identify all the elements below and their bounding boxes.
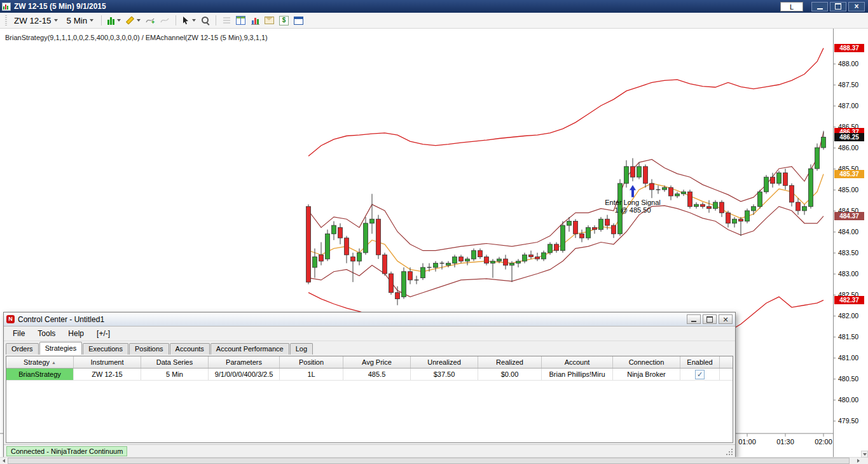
- chevron-down-icon: [192, 19, 196, 22]
- grid-header-row: Strategy▲InstrumentData SeriesParameters…: [6, 356, 733, 369]
- bar-chart-icon: [251, 17, 259, 25]
- cursor-icon: [182, 16, 189, 25]
- window-icon: [294, 17, 303, 25]
- minimize-button[interactable]: [811, 2, 828, 11]
- cell-account: Brian Phillips!Miru: [542, 369, 613, 380]
- column-header-instrument[interactable]: Instrument: [74, 356, 141, 368]
- cc-close-button[interactable]: ✕: [719, 314, 733, 324]
- strategies-button[interactable]: [158, 14, 172, 27]
- restore-button[interactable]: [830, 2, 846, 11]
- column-header-connection[interactable]: Connection: [613, 356, 680, 368]
- signal-label: Enter Long Signal: [605, 199, 660, 206]
- chevron-down-icon: [117, 19, 121, 22]
- accounts-button[interactable]: $: [277, 14, 291, 27]
- cc-minimize-button[interactable]: [687, 314, 701, 324]
- scroll-right-button[interactable]: [855, 458, 862, 463]
- restore-icon: [835, 3, 841, 10]
- tab-accounts[interactable]: Accounts: [170, 343, 210, 355]
- data-grid-icon: [236, 16, 245, 25]
- scroll-left-button[interactable]: [0, 458, 7, 463]
- new-window-button[interactable]: [292, 14, 305, 27]
- cell-data-series: 5 Min: [141, 369, 209, 380]
- price-marker-482.37: 482.37: [834, 296, 864, 304]
- price-marker-486.25: 486.25: [834, 133, 864, 141]
- menu-help[interactable]: Help: [62, 328, 90, 339]
- column-header-avg-price[interactable]: Avg Price: [343, 356, 411, 368]
- minimize-icon: [817, 8, 823, 10]
- minimize-icon: [691, 321, 696, 322]
- chart-style-button[interactable]: [106, 14, 123, 27]
- cell-position: 1L: [280, 369, 343, 380]
- interval-selector[interactable]: 5 Min: [63, 14, 98, 27]
- candles: [307, 131, 826, 306]
- price-axis-label: 483.50: [838, 249, 858, 257]
- column-header-account[interactable]: Account: [542, 356, 613, 368]
- scrollbar-corner: [862, 458, 868, 464]
- link-button[interactable]: L: [780, 2, 803, 11]
- price-axis-label: 488.00: [838, 60, 858, 67]
- column-header-enabled[interactable]: Enabled: [680, 356, 720, 368]
- control-center-window[interactable]: N Control Center - Untitled1 ✕ FileTools…: [3, 312, 736, 458]
- menu-tools[interactable]: Tools: [31, 328, 62, 339]
- enabled-checkbox[interactable]: ✓: [695, 370, 705, 379]
- tab-executions[interactable]: Executions: [83, 343, 128, 355]
- window-title-bar[interactable]: ZW 12-15 (5 Min) 9/1/2015 L ×: [0, 0, 868, 13]
- scrollbar-thumb[interactable]: [8, 458, 850, 464]
- column-header-data-series[interactable]: Data Series: [141, 356, 209, 368]
- news-button[interactable]: [263, 14, 276, 27]
- tab-account-performance[interactable]: Account Performance: [210, 343, 289, 355]
- close-icon: ✕: [722, 316, 728, 323]
- arrow-down-icon: [863, 453, 867, 456]
- cell-unrealized: $37.50: [411, 369, 478, 380]
- strategy-curve-icon: [160, 16, 170, 25]
- toolbar-separator: [101, 15, 102, 25]
- tab-strategies[interactable]: Strategies: [39, 342, 83, 355]
- column-header-strategy[interactable]: Strategy▲: [6, 356, 74, 368]
- price-axis-label: 487.50: [838, 81, 858, 88]
- indicators-button[interactable]: +: [144, 14, 157, 27]
- cell-connection: Ninja Broker: [613, 369, 680, 380]
- rows-icon: [223, 17, 230, 24]
- toolbar-grip[interactable]: [5, 15, 7, 25]
- resize-grip[interactable]: [726, 454, 727, 455]
- column-header-parameters[interactable]: Parameters: [209, 356, 280, 368]
- chart-toolbar: ZW 12-15 5 Min +: [0, 13, 868, 29]
- envelope-icon: [265, 17, 274, 24]
- signal-detail: 1 @ 485.50: [614, 206, 651, 214]
- price-axis[interactable]: 488.00487.50487.00486.50486.00485.50485.…: [833, 29, 868, 458]
- panels-button[interactable]: [220, 14, 233, 27]
- menu-[interactable]: [+/-]: [90, 328, 116, 339]
- column-header-realized[interactable]: Realized: [478, 356, 542, 368]
- cursor-button[interactable]: [180, 14, 198, 27]
- tab-positions[interactable]: Positions: [129, 343, 169, 355]
- outer-band-upper-line: [308, 48, 823, 157]
- cell-realized: $0.00: [478, 369, 542, 380]
- ema-channel-upper-line: [308, 132, 823, 251]
- control-center-status-bar: Connected - NinjaTrader Continuum: [4, 444, 735, 458]
- horizontal-scrollbar[interactable]: [0, 457, 868, 464]
- control-center-tabs: OrdersStrategiesExecutionsPositionsAccou…: [4, 341, 735, 355]
- close-button[interactable]: ×: [848, 2, 865, 11]
- tab-orders[interactable]: Orders: [6, 343, 39, 355]
- time-axis-label: 02:00: [815, 438, 832, 446]
- scroll-down-button[interactable]: [861, 451, 868, 458]
- cell-enabled: ✓: [680, 369, 720, 380]
- strategy-row[interactable]: BrianStrategyZW 12-155 Min9/1/0/0/0/400/…: [6, 369, 733, 381]
- zoom-button[interactable]: [199, 14, 212, 27]
- ninjatrader-logo-icon: N: [6, 315, 15, 323]
- instrument-selector[interactable]: ZW 12-15: [10, 14, 62, 27]
- market-analyzer-button[interactable]: [234, 14, 247, 27]
- chevron-down-icon: [90, 19, 93, 22]
- tab-log[interactable]: Log: [290, 343, 313, 355]
- sort-indicator-icon: ▲: [52, 360, 56, 365]
- column-header-position[interactable]: Position: [280, 356, 343, 368]
- drawing-tools-button[interactable]: [124, 14, 142, 27]
- cell-avg-price: 485.5: [343, 369, 411, 380]
- column-header-unrealized[interactable]: Unrealized: [411, 356, 478, 368]
- chart-window-button[interactable]: [249, 14, 261, 27]
- cell-parameters: 9/1/0/0/0/400/3/2.5: [209, 369, 280, 380]
- price-axis-label: 482.00: [838, 312, 858, 320]
- cc-restore-button[interactable]: [703, 314, 717, 324]
- menu-file[interactable]: File: [6, 328, 31, 339]
- control-center-title-bar[interactable]: N Control Center - Untitled1 ✕: [4, 313, 735, 327]
